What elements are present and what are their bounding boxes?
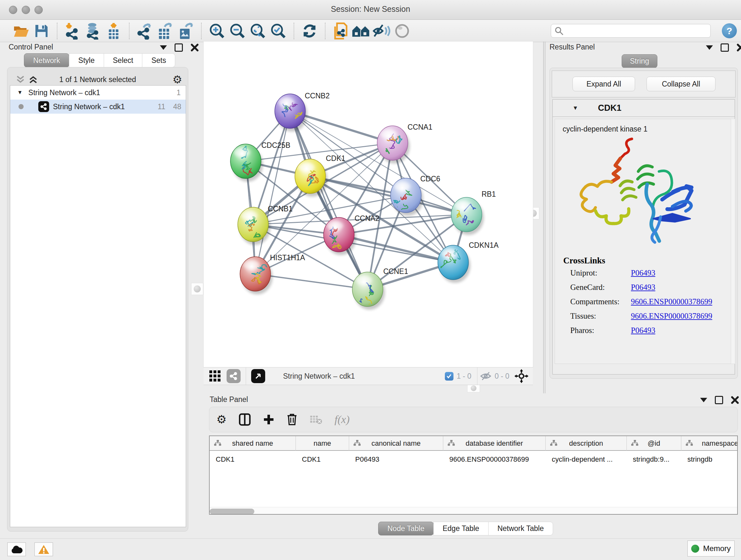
save-session-button[interactable] bbox=[31, 22, 52, 40]
close-panel-icon[interactable] bbox=[731, 396, 739, 404]
column-network-icon bbox=[448, 440, 455, 446]
float-panel-icon[interactable] bbox=[175, 44, 183, 52]
selected-checkbox-icon[interactable] bbox=[445, 372, 454, 381]
export-table-button[interactable] bbox=[155, 22, 176, 40]
cell-description: cyclin-dependent ... bbox=[546, 451, 627, 468]
show-all-nodes-button[interactable] bbox=[351, 22, 372, 40]
share-icon bbox=[229, 372, 238, 380]
close-panel-icon[interactable] bbox=[191, 44, 199, 52]
results-panel-divider[interactable] bbox=[543, 42, 545, 393]
delete-column-icon[interactable] bbox=[286, 413, 297, 426]
zoom-out-button[interactable] bbox=[227, 22, 248, 40]
collapse-all-button[interactable]: Collapse All bbox=[647, 77, 716, 91]
collapse-entry-icon[interactable]: ▼ bbox=[572, 105, 578, 111]
crosslink-link[interactable]: P06493 bbox=[631, 283, 655, 292]
node-label-CCNE1: CCNE1 bbox=[383, 267, 408, 275]
table-hscroll[interactable] bbox=[210, 507, 737, 515]
tab-network-table[interactable]: Network Table bbox=[488, 522, 553, 536]
string-network-graph[interactable]: CCNB2CCNA1CDC25BCDK1CDC6RB1CCNB1CCNA2CDK… bbox=[204, 42, 533, 367]
float-panel-icon[interactable] bbox=[721, 44, 729, 52]
network-status-dot bbox=[18, 104, 23, 109]
tab-select[interactable]: Select bbox=[104, 53, 143, 67]
table-panel-chrome bbox=[700, 396, 739, 404]
edge-count: 48 bbox=[173, 103, 181, 111]
pan-crosshair-icon[interactable] bbox=[515, 369, 529, 383]
left-splitter-grip[interactable] bbox=[191, 283, 203, 295]
network-canvas[interactable]: CCNB2CCNA1CDC25BCDK1CDC6RB1CCNB1CCNA2CDK… bbox=[204, 42, 533, 367]
warnings-button[interactable] bbox=[35, 543, 53, 556]
tab-style[interactable]: Style bbox=[69, 53, 104, 67]
network-options-gear-icon[interactable]: ⚙ bbox=[173, 73, 182, 86]
crosslink-link[interactable]: P06493 bbox=[631, 326, 655, 335]
crosslink-link[interactable]: P06493 bbox=[631, 268, 655, 277]
table-panel: Table Panel ⚙ f(x) bbox=[204, 393, 741, 540]
hide-graphics-details-button[interactable] bbox=[372, 22, 392, 40]
zoom-in-icon bbox=[209, 23, 225, 39]
tree-expander-icon[interactable]: ▼ bbox=[17, 89, 23, 96]
function-builder-icon: f(x) bbox=[334, 414, 349, 426]
expand-all-button[interactable]: Expand All bbox=[572, 77, 635, 91]
results-scrollbar[interactable] bbox=[731, 119, 735, 364]
zoom-fit-button[interactable] bbox=[248, 22, 268, 40]
renderer-mode-button[interactable] bbox=[392, 22, 412, 40]
network-view-button[interactable] bbox=[226, 369, 241, 383]
memory-button[interactable]: Memory bbox=[687, 541, 735, 557]
question-mark-icon: ? bbox=[726, 25, 732, 37]
tab-node-table[interactable]: Node Table bbox=[378, 522, 434, 536]
close-panel-icon[interactable] bbox=[737, 44, 741, 52]
import-network-file-button[interactable] bbox=[63, 22, 83, 40]
title-bar: Session: New Session bbox=[0, 0, 741, 20]
apply-layout-button[interactable] bbox=[299, 22, 320, 40]
cloud-status-button[interactable] bbox=[7, 543, 26, 556]
panel-menu-icon[interactable] bbox=[700, 398, 707, 402]
search-input[interactable] bbox=[564, 27, 701, 35]
column-network-icon bbox=[214, 440, 221, 446]
footer-separator bbox=[477, 367, 477, 385]
crosslink-link[interactable]: 9606.ENSP00000378699 bbox=[631, 312, 712, 320]
tab-edge-table[interactable]: Edge Table bbox=[433, 522, 488, 536]
network-collection-row[interactable]: ▼ String Network – cdk1 1 bbox=[10, 85, 186, 100]
export-network-button[interactable] bbox=[135, 22, 155, 40]
column-header[interactable]: database identifier bbox=[443, 436, 546, 451]
panel-menu-icon[interactable] bbox=[160, 45, 167, 50]
import-network-from-database-button[interactable] bbox=[83, 22, 104, 40]
gene-entry-header[interactable]: ▼ CDK1 bbox=[553, 100, 735, 117]
float-panel-icon[interactable] bbox=[715, 396, 723, 404]
export-image-button[interactable] bbox=[176, 22, 196, 40]
zoom-selected-button[interactable] bbox=[268, 22, 288, 40]
search-field[interactable] bbox=[551, 24, 711, 38]
import-table-file-button[interactable] bbox=[104, 22, 124, 40]
column-header[interactable]: @id bbox=[627, 436, 681, 451]
tab-sets[interactable]: Sets bbox=[142, 53, 175, 67]
zoom-in-button[interactable] bbox=[207, 22, 227, 40]
network-row-selected[interactable]: String Network – cdk1 11 48 bbox=[10, 100, 186, 114]
column-header[interactable]: description bbox=[546, 436, 627, 451]
open-session-button[interactable] bbox=[11, 22, 31, 40]
toolbar-separator bbox=[293, 23, 294, 39]
results-buttons-strip: Expand All Collapse All bbox=[552, 71, 736, 98]
tab-string[interactable]: String bbox=[622, 54, 657, 68]
horizontal-splitter-grip[interactable] bbox=[467, 384, 480, 392]
tab-network[interactable]: Network bbox=[24, 53, 69, 67]
column-header[interactable]: name bbox=[296, 436, 349, 451]
column-header[interactable]: shared name bbox=[210, 436, 296, 451]
birds-eye-view-button[interactable] bbox=[251, 369, 265, 383]
show-columns-icon[interactable] bbox=[239, 413, 251, 426]
refresh-icon bbox=[301, 23, 318, 39]
crosslink-row: Uniprot: P06493 bbox=[570, 268, 730, 277]
main-toolbar: ? bbox=[0, 20, 741, 42]
help-button[interactable]: ? bbox=[722, 23, 737, 38]
column-header[interactable]: canonical name bbox=[349, 436, 443, 451]
node-table[interactable]: shared name name canonical name database… bbox=[209, 435, 738, 515]
crosslink-link[interactable]: 9606.ENSP00000378699 bbox=[631, 297, 712, 306]
table-hscroll-thumb[interactable] bbox=[210, 509, 254, 514]
table-options-gear-icon[interactable]: ⚙ bbox=[216, 413, 226, 426]
clone-network-button[interactable] bbox=[331, 22, 351, 40]
table-row[interactable]: CDK1 CDK1 P06493 9606.ENSP00000378699 cy… bbox=[210, 451, 738, 468]
add-column-icon[interactable] bbox=[263, 414, 274, 425]
panel-menu-icon[interactable] bbox=[706, 45, 713, 50]
node-label-CDC6: CDC6 bbox=[420, 175, 441, 183]
column-header[interactable]: namespace bbox=[681, 436, 738, 451]
grid-view-button[interactable] bbox=[209, 369, 221, 383]
crosslink-label: Tissues: bbox=[570, 312, 596, 320]
